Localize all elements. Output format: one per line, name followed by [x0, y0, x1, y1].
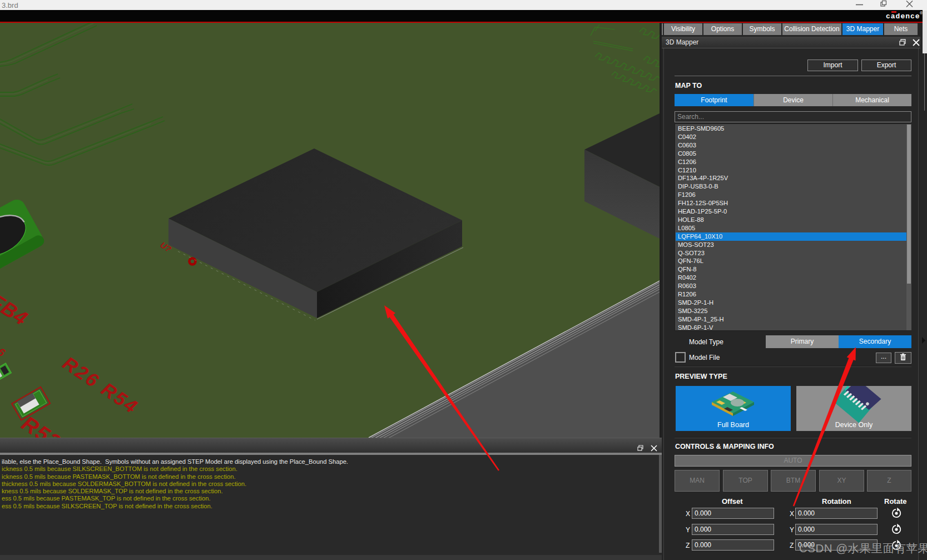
svg-text:R26 R54: R26 R54	[59, 352, 142, 418]
svg-text:FB4: FB4	[0, 289, 32, 330]
svg-text:6: 6	[0, 345, 8, 359]
